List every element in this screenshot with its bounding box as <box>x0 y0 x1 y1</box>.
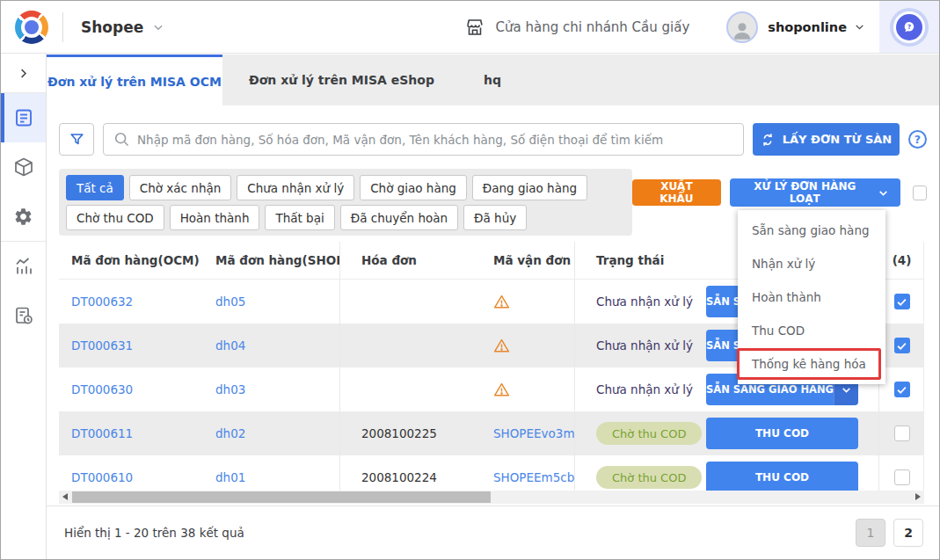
invoice-value: 2008100224 <box>361 470 437 484</box>
sidebar-expand-button[interactable] <box>1 54 46 92</box>
horizontal-scrollbar[interactable] <box>59 491 924 504</box>
scroll-right-arrow-icon[interactable] <box>915 493 921 500</box>
chat-question-icon: ? <box>896 14 922 40</box>
ocm-order-link[interactable]: DT000632 <box>71 295 133 309</box>
top-header: Shopee Cửa hàng chi nhánh Cầu giấy shopo… <box>1 1 939 54</box>
app-window: Shopee Cửa hàng chi nhánh Cầu giấy shopo… <box>0 0 940 560</box>
fetch-orders-button[interactable]: LẤY ĐƠN TỪ SÀN <box>753 123 900 156</box>
bulk-process-button[interactable]: XỬ LÝ ĐƠN HÀNG LOẠT <box>730 178 900 207</box>
scroll-left-arrow-icon[interactable] <box>62 493 68 500</box>
ocm-order-link[interactable]: DT000631 <box>71 338 133 353</box>
status-filter-panel: Tất cả Chờ xác nhận Chưa nhận xử lý Chờ … <box>59 169 632 236</box>
chart-icon <box>13 256 34 277</box>
main-content: Đơn xử lý trên MISA OCM Đơn xử lý trên M… <box>47 54 939 559</box>
storefront-icon <box>464 17 485 38</box>
menu-item-collect-cod[interactable]: Thu COD <box>738 314 885 347</box>
page-button-2[interactable]: 2 <box>893 519 923 547</box>
filter-chip-dang-giao-hang[interactable]: Đang giao hàng <box>472 175 587 200</box>
menu-item-ready-to-ship[interactable]: Sẵn sàng giao hàng <box>738 214 885 247</box>
support-area: ? <box>879 1 939 53</box>
bulk-process-label: XỬ LÝ ĐƠN HÀNG LOẠT <box>741 180 869 205</box>
package-box-icon <box>13 156 34 178</box>
collect-cod-button[interactable]: THU COD <box>706 462 858 491</box>
tab-bar: Đơn xử lý trên MISA OCM Đơn xử lý trên M… <box>47 55 939 105</box>
header-divider <box>62 12 63 42</box>
filter-chip-da-chuyen-hoan[interactable]: Đã chuyển hoàn <box>340 205 458 230</box>
collect-cod-button[interactable]: THU COD <box>706 418 858 449</box>
scrollbar-thumb[interactable] <box>72 491 491 503</box>
row-checkbox[interactable] <box>894 338 910 353</box>
filter-button[interactable] <box>59 123 94 156</box>
warning-icon[interactable] <box>493 382 510 398</box>
row-checkbox[interactable] <box>894 425 910 441</box>
ocm-order-link[interactable]: DT000610 <box>71 470 133 484</box>
select-all-checkbox[interactable] <box>913 185 927 200</box>
footer: Hiển thị 1 - 20 trên 38 kết quả 1 2 <box>47 505 939 558</box>
account-menu[interactable]: shoponline <box>726 11 865 43</box>
support-chat-button[interactable]: ? <box>890 8 929 47</box>
shopee-order-link[interactable]: dh03 <box>215 382 245 396</box>
order-document-icon <box>13 107 34 128</box>
support-chat-ring: ? <box>893 11 925 43</box>
store-name: Cửa hàng chi nhánh Cầu giấy <box>496 19 690 35</box>
row-checkbox[interactable] <box>894 382 910 397</box>
status-badge: Chờ thu COD <box>596 466 702 489</box>
username: shoponline <box>768 20 847 34</box>
shopee-order-link[interactable]: dh04 <box>215 338 245 353</box>
fetch-orders-label: LẤY ĐƠN TỪ SÀN <box>783 133 893 146</box>
warning-icon[interactable] <box>493 338 510 354</box>
sidebar-item-orders[interactable] <box>1 93 46 142</box>
export-button[interactable]: XUẤT KHẨU <box>632 179 721 206</box>
column-header-invoice: Hóa đơn <box>339 242 472 279</box>
tab-misa-eshop[interactable]: Đơn xử lý trên MISA eShop <box>222 55 461 105</box>
filter-chip-cho-giao-hang[interactable]: Chờ giao hàng <box>360 175 467 200</box>
store-info: Cửa hàng chi nhánh Cầu giấy <box>464 17 690 38</box>
bulk-actions-dropdown: Sẵn sàng giao hàng Nhận xử lý Hoàn thành… <box>738 210 885 384</box>
tab-misa-ocm[interactable]: Đơn xử lý trên MISA OCM <box>47 55 222 105</box>
tab-hq[interactable]: hq <box>461 55 524 105</box>
channel-selector[interactable]: Shopee <box>81 18 164 36</box>
filter-chip-cho-thu-cod[interactable]: Chờ thu COD <box>66 205 164 230</box>
sidebar-item-settings[interactable] <box>1 192 46 241</box>
gear-icon <box>13 207 33 227</box>
sidebar-item-products[interactable] <box>1 142 46 192</box>
sidebar-item-analytics[interactable] <box>1 242 46 291</box>
ocm-order-link[interactable]: DT000630 <box>71 382 133 396</box>
chevron-right-icon <box>17 67 30 80</box>
filter-chip-da-huy[interactable]: Đã hủy <box>463 205 527 230</box>
row-checkbox[interactable] <box>894 469 910 485</box>
column-header-status: Trạng thái <box>574 242 704 279</box>
filter-chip-chua-nhan-xu-ly[interactable]: Chưa nhận xử lý <box>237 175 354 200</box>
status-badge: Chờ thu COD <box>596 422 702 445</box>
filter-chip-hoan-thanh[interactable]: Hoàn thành <box>170 205 260 230</box>
ocm-order-link[interactable]: DT000611 <box>71 426 133 440</box>
row-checkbox[interactable] <box>894 294 910 309</box>
tracking-link[interactable]: SHOPEEvo3mt7 <box>493 426 574 440</box>
warning-icon[interactable] <box>493 294 510 310</box>
tracking-link[interactable]: SHOPEEm5cbk <box>493 470 574 484</box>
search-icon <box>113 130 130 148</box>
shopee-order-link[interactable]: dh05 <box>215 295 245 309</box>
menu-item-accept-processing[interactable]: Nhận xử lý <box>738 247 885 280</box>
shopee-order-link[interactable]: dh01 <box>215 470 245 484</box>
help-icon[interactable]: ? <box>908 130 927 149</box>
shopee-order-link[interactable]: dh02 <box>215 426 245 440</box>
funnel-icon <box>69 131 85 148</box>
filter-chip-all[interactable]: Tất cả <box>66 175 124 200</box>
column-header-shopee: Mã đơn hàng(SHOPEE) <box>203 242 339 279</box>
sidebar-item-reports[interactable] <box>1 291 46 340</box>
pagination: 1 2 <box>856 519 923 547</box>
column-header-tracking: Mã vận đơn <box>472 242 574 279</box>
search-row: LẤY ĐƠN TỪ SÀN ? <box>59 123 927 156</box>
table-row: DT000610 dh01 2008100224 SHOPEEm5cbk Chờ… <box>59 455 923 491</box>
filter-chip-that-bai[interactable]: Thất bại <box>265 205 334 230</box>
header-right: Cửa hàng chi nhánh Cầu giấy shoponline ? <box>464 1 940 53</box>
search-input[interactable] <box>103 123 744 156</box>
menu-item-goods-statistics[interactable]: Thống kê hàng hóa <box>738 347 885 381</box>
sync-icon <box>761 133 775 147</box>
menu-item-complete[interactable]: Hoàn thành <box>738 280 885 314</box>
chevron-down-icon <box>878 187 889 199</box>
misa-logo-icon <box>15 11 48 44</box>
filter-chip-cho-xac-nhan[interactable]: Chờ xác nhận <box>129 175 231 200</box>
page-button-1[interactable]: 1 <box>856 519 885 547</box>
